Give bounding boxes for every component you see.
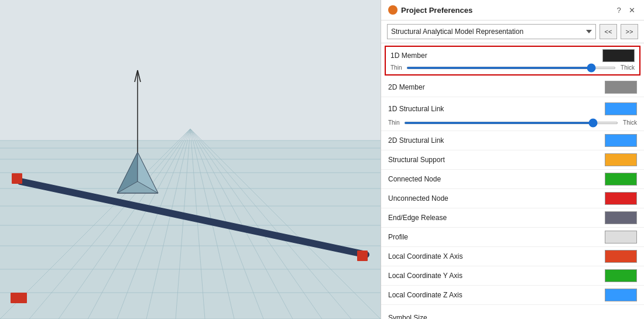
structural-link-1d-color[interactable] bbox=[605, 102, 637, 115]
end-edge-release-label: End/Edge Release bbox=[388, 214, 447, 222]
local-coord-y-label: Local Coordinate Y Axis bbox=[388, 272, 463, 280]
member-1d-thick-label: Thick bbox=[621, 64, 635, 71]
symbol-size-label: Symbol Size bbox=[388, 314, 427, 319]
profile-row: Profile bbox=[381, 228, 644, 247]
local-coord-y-row: Local Coordinate Y Axis bbox=[381, 266, 644, 286]
structural-link-2d-color[interactable] bbox=[605, 134, 637, 147]
member-1d-slider[interactable] bbox=[406, 67, 616, 69]
structural-link-1d-label: 1D Structural Link bbox=[388, 105, 444, 113]
structural-support-row: Structural Support bbox=[381, 150, 644, 170]
structural-link-1d-slider[interactable] bbox=[404, 122, 618, 124]
structural-link-2d-label: 2D Structural Link bbox=[388, 136, 444, 145]
member-1d-block: 1D Member Thin Thick bbox=[385, 46, 640, 76]
toolbar-row: Structural Analytical Model Representati… bbox=[381, 20, 644, 43]
unconnected-node-row: Unconnected Node bbox=[381, 189, 644, 208]
unconnected-node-color[interactable] bbox=[605, 192, 637, 205]
title-buttons: ? ✕ bbox=[614, 5, 637, 15]
end-edge-release-color[interactable] bbox=[605, 211, 637, 224]
svg-point-39 bbox=[390, 7, 396, 13]
member-2d-color[interactable] bbox=[605, 81, 637, 94]
connected-node-color[interactable] bbox=[605, 173, 637, 186]
local-coord-x-color[interactable] bbox=[605, 250, 637, 263]
structural-link-2d-row: 2D Structural Link bbox=[381, 131, 644, 150]
local-coord-x-row: Local Coordinate X Axis bbox=[381, 247, 644, 266]
local-coord-z-color[interactable] bbox=[605, 289, 637, 301]
svg-rect-29 bbox=[12, 173, 22, 184]
project-preferences-panel: Project Preferences ? ✕ Structural Analy… bbox=[381, 0, 644, 319]
profile-label: Profile bbox=[388, 233, 408, 241]
svg-rect-30 bbox=[357, 251, 368, 261]
unconnected-node-label: Unconnected Node bbox=[388, 194, 448, 203]
connected-node-row: Connected Node bbox=[381, 170, 644, 189]
panel-title: Project Preferences bbox=[401, 6, 472, 15]
member-1d-color[interactable] bbox=[602, 49, 635, 62]
member-1d-thin-label: Thin bbox=[390, 64, 402, 71]
profile-color[interactable] bbox=[605, 231, 637, 243]
member-2d-label: 2D Member bbox=[388, 83, 425, 91]
svg-rect-38 bbox=[11, 293, 27, 303]
viewport-3d bbox=[0, 0, 381, 319]
help-button[interactable]: ? bbox=[614, 5, 624, 15]
next-button[interactable]: >> bbox=[621, 24, 638, 39]
local-coord-z-label: Local Coordinate Z Axis bbox=[388, 291, 463, 299]
member-1d-label: 1D Member bbox=[390, 52, 427, 60]
connected-node-label: Connected Node bbox=[388, 175, 441, 183]
prev-button[interactable]: << bbox=[600, 24, 617, 39]
preferences-content: 1D Member Thin Thick 2D Member 1D Struct… bbox=[381, 43, 644, 319]
member-2d-row: 2D Member bbox=[381, 78, 644, 97]
title-bar: Project Preferences ? ✕ bbox=[381, 0, 644, 20]
structural-link-1d-thin-label: Thin bbox=[388, 119, 399, 126]
representation-dropdown[interactable]: Structural Analytical Model Representati… bbox=[387, 24, 596, 39]
svg-marker-2 bbox=[0, 140, 381, 319]
structural-support-label: Structural Support bbox=[388, 156, 445, 164]
local-coord-z-row: Local Coordinate Z Axis bbox=[381, 286, 644, 305]
local-coord-x-label: Local Coordinate X Axis bbox=[388, 252, 463, 260]
local-coord-y-color[interactable] bbox=[605, 269, 637, 282]
close-button[interactable]: ✕ bbox=[626, 5, 637, 15]
end-edge-release-row: End/Edge Release bbox=[381, 208, 644, 228]
panel-icon bbox=[388, 5, 398, 15]
structural-link-1d-block: 1D Structural Link Thin Thick bbox=[381, 97, 644, 131]
structural-link-1d-thick-label: Thick bbox=[623, 119, 637, 126]
structural-support-color[interactable] bbox=[605, 153, 637, 166]
symbol-size-block: Symbol Size Small Large bbox=[381, 305, 644, 319]
